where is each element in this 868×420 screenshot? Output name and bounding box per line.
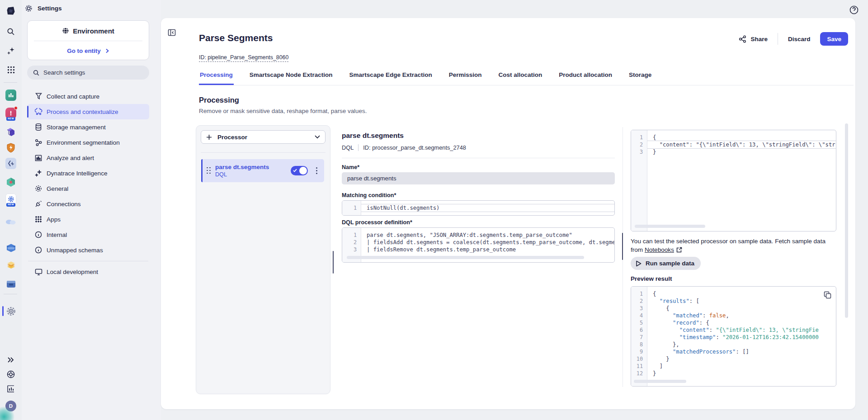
tab-permission[interactable]: Permission [448,69,483,85]
usage-chart-icon[interactable] [5,383,16,394]
external-link-icon[interactable] [676,247,682,253]
storage-app-icon[interactable] [5,260,16,271]
settings-gear-icon [25,5,33,12]
copy-icon[interactable] [824,291,831,299]
chevron-down-icon [315,135,320,139]
divider [342,158,615,158]
tab-smartscape-edge-extraction[interactable]: Smartscape Edge Extraction [349,69,433,85]
vertical-scrollbar[interactable] [845,123,848,318]
play-icon [636,260,642,267]
services-app-icon[interactable] [5,127,16,137]
settings-sidebar: Settings Environment Go to entity Search… [22,0,161,420]
collect-icon [34,93,42,100]
kebab-menu-icon[interactable] [312,167,321,174]
divider [358,144,359,151]
dql-definition-label: DQL processor definition* [342,219,412,226]
sidebar-item-apps[interactable]: Apps [27,212,149,227]
rail-divider [4,82,17,83]
sidebar-item-environment-segmentation[interactable]: Environment segmentation [27,135,149,150]
new-badge: NEW [6,203,15,207]
kubernetes-app-icon[interactable] [5,177,16,188]
hub-app-icon[interactable] [5,242,16,253]
go-to-entity-link[interactable]: Go to entity [28,41,149,60]
sidebar-item-internal[interactable]: Internal [27,227,149,242]
panel-resize-handle[interactable] [333,251,334,274]
expand-rail-icon[interactable] [5,354,16,365]
save-button[interactable]: Save [820,32,848,46]
security-app-icon[interactable] [5,142,16,153]
sample-data-editor[interactable]: 123 { "content": "{\"intField\": 13, \"s… [631,130,836,231]
matching-condition-editor[interactable]: 1 isNotNull(dt.segments) [342,200,615,216]
processor-type: DQL [215,171,291,178]
charts-app-icon[interactable] [5,90,16,100]
content-card: Parse Segments Share Discard Save ID: pi… [161,18,855,409]
processor-item[interactable]: parse dt.segments DQL [201,159,324,182]
processor-id: ID: processor_parse_dt.segments_2748 [363,144,466,151]
section-subtitle: Remove or mask sensitive data, reshape f… [199,108,367,114]
sidebar-item-analyze-and-alert[interactable]: Analyze and alert [27,150,149,165]
sidebar-item-local-development[interactable]: Local development [27,264,149,279]
header-actions: Share Discard Save [735,32,848,46]
clouds-app-icon[interactable] [5,216,16,227]
page-title: Parse Segments [199,33,273,43]
monitor-icon [34,269,42,275]
dynatrace-logo-icon[interactable] [5,5,16,16]
share-button[interactable]: Share [735,33,771,46]
support-buoy-icon[interactable] [5,369,16,380]
pipeline-id-badge[interactable]: ID: pipeline_Parse_Segments_8060 [199,54,288,62]
collapse-panel-icon[interactable] [167,28,176,37]
grid-dots-icon [34,216,42,222]
app-grid-icon[interactable] [5,64,16,75]
sidebar-item-process-and-contextualize[interactable]: Process and contextualize [27,104,149,119]
selected-indicator [201,159,203,182]
help-icon[interactable] [849,5,859,15]
tab-product-allocation[interactable]: Product allocation [558,69,613,85]
sidebar-item-connections[interactable]: Connections [27,196,149,212]
chart-frame-icon [34,155,42,161]
nav-divider [28,261,148,261]
run-sample-data-button[interactable]: Run sample data [631,257,701,270]
matching-condition-label: Matching condition* [342,192,396,198]
section-title: Processing [199,96,239,104]
tab-processing[interactable]: Processing [199,69,234,85]
containers-app-icon[interactable] [5,278,16,289]
divider [201,152,326,153]
rail-divider [4,294,17,294]
info-icon [34,231,42,238]
tab-cost-allocation[interactable]: Cost allocation [497,69,543,85]
sidebar-item-storage-management[interactable]: Storage management [27,119,149,135]
tab-storage[interactable]: Storage [628,69,652,85]
sidebar-item-unmapped-schemas[interactable]: Unmapped schemas [27,242,149,258]
sidebar-item-dynatrace-intelligence[interactable]: Dynatrace Intelligence [27,165,149,181]
search-icon[interactable] [5,26,16,37]
traces-app-icon[interactable] [5,158,16,169]
dql-definition-editor[interactable]: 123 parse dt.segments, "JSON_ARRAY:dt.se… [342,227,615,263]
horizontal-scrollbar[interactable] [634,380,686,383]
globe-icon [62,27,69,34]
settings-app-icon[interactable]: NEW [5,193,16,204]
drag-handle-icon[interactable] [207,167,211,175]
horizontal-scrollbar[interactable] [347,256,584,259]
discard-button[interactable]: Discard [784,33,814,45]
search-settings-input[interactable]: Search settings [27,66,149,80]
name-input[interactable]: parse dt.segments [342,172,615,184]
chevron-right-icon [105,48,109,53]
ai-sparkles-icon[interactable] [5,45,16,56]
horizontal-scrollbar[interactable] [635,225,705,228]
sidebar-item-collect-and-capture[interactable]: Collect and capture [27,89,149,104]
processor-enabled-toggle[interactable] [291,166,308,175]
panel-resize-handle[interactable] [622,233,623,260]
sidebar-item-general[interactable]: General [27,181,149,196]
add-processor-button[interactable]: Processor [201,130,326,144]
app-header: Settings [25,5,62,12]
notebooks-link[interactable]: Notebooks [645,246,674,253]
name-label: Name* [342,164,359,170]
tab-smartscape-node-extraction[interactable]: Smartscape Node Extraction [249,69,334,85]
selected-indicator [27,106,28,118]
divider [778,33,778,45]
classic-settings-icon[interactable] [5,306,16,316]
processor-detail-title: parse dt.segments [342,132,404,140]
environment-card: Environment Go to entity [27,20,149,60]
preview-result-editor[interactable]: 123456789101112 { "results": [ { "matche… [631,286,836,387]
problems-app-icon[interactable]: NEW [5,108,16,118]
